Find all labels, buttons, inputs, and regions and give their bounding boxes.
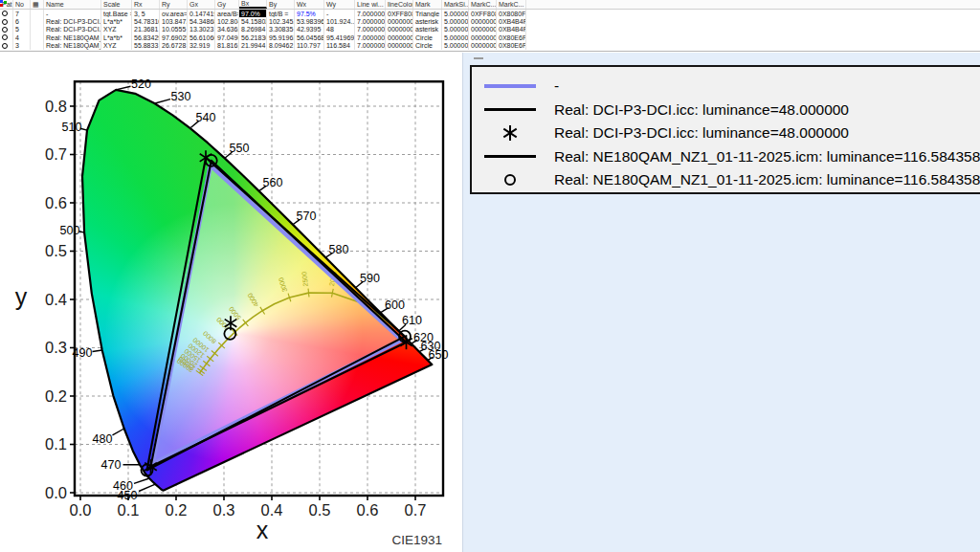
table-cell[interactable]: 56.610606 bbox=[188, 33, 215, 41]
table-cell[interactable]: 21.9944 bbox=[239, 42, 267, 50]
visibility-toggle-icon[interactable] bbox=[0, 33, 13, 41]
table-header-cell[interactable]: Wy bbox=[324, 0, 355, 9]
visibility-toggle-icon[interactable] bbox=[0, 17, 13, 25]
table-cell[interactable]: 00000000 bbox=[386, 42, 413, 50]
table-cell[interactable]: 0X80E6FF bbox=[497, 33, 526, 41]
table-cell[interactable]: XYZ bbox=[101, 26, 132, 33]
table-cell[interactable]: L*a*b* bbox=[101, 17, 132, 25]
table-cell[interactable]: 53.983961 bbox=[295, 17, 324, 25]
table-cell[interactable]: - bbox=[44, 10, 101, 17]
table-cell[interactable]: 8.09462 bbox=[267, 42, 295, 50]
visibility-toggle-icon[interactable] bbox=[0, 10, 13, 17]
table-cell[interactable]: 97.690259 bbox=[160, 33, 188, 41]
table-cell[interactable]: 0XB4B4FF bbox=[497, 17, 526, 25]
table-cell[interactable]: 56.045688 bbox=[295, 33, 324, 41]
table-cell[interactable]: 97.049633 bbox=[215, 33, 239, 41]
table-header-cell[interactable]: Rx bbox=[132, 0, 160, 9]
table-cell[interactable]: 3.30835 bbox=[267, 26, 295, 33]
table-header-cell[interactable]: Wx bbox=[295, 0, 324, 9]
table-cell[interactable]: asterisk bbox=[413, 26, 442, 33]
table-cell[interactable]: 0XFF8080 bbox=[469, 10, 497, 17]
table-cell[interactable]: 7.000000 bbox=[355, 42, 386, 50]
table-cell[interactable]: tgt.Base = bbox=[101, 10, 132, 17]
table-row[interactable]: 5Real: DCI-P3-DCI.icc:...XYZ21.368110.05… bbox=[0, 26, 980, 33]
table-header-cell[interactable]: Gy bbox=[215, 0, 239, 9]
table-cell[interactable]: 95.419699 bbox=[324, 33, 355, 41]
table-cell[interactable]: 5.000000 bbox=[442, 42, 469, 50]
table-cell[interactable]: 00000000 bbox=[469, 42, 497, 50]
table-cell[interactable]: 5.000000 bbox=[442, 10, 469, 17]
table-cell[interactable]: Circle bbox=[413, 33, 442, 41]
table-cell[interactable]: 101.924... bbox=[324, 17, 355, 25]
table-cell[interactable]: 34.6362 bbox=[215, 26, 239, 33]
table-cell[interactable]: 8.26984 bbox=[239, 26, 267, 33]
table-cell[interactable]: 48 bbox=[324, 26, 355, 33]
table-cell[interactable]: 0X80E6FF bbox=[497, 42, 526, 50]
table-cell[interactable]: L*a*b* bbox=[101, 33, 132, 41]
table-cell[interactable]: 00000000 bbox=[469, 17, 497, 25]
table-cell[interactable]: tgt/B = bbox=[267, 10, 295, 17]
table-cell[interactable]: 97.5% bbox=[295, 10, 324, 17]
table-cell[interactable]: 56.218306 bbox=[239, 33, 267, 41]
table-cell[interactable]: 54.348682 bbox=[188, 17, 215, 25]
table-header-cell[interactable]: Mark bbox=[413, 0, 442, 9]
table-cell[interactable]: 0XFF8080 bbox=[386, 10, 413, 17]
table-row[interactable]: 3Real: NE180QAM_NZ...XYZ55.883326.672832… bbox=[0, 42, 980, 50]
table-cell[interactable]: area/B= bbox=[215, 10, 239, 17]
table-header-cell[interactable]: Ry bbox=[160, 0, 188, 9]
table-header-cell[interactable]: No bbox=[13, 0, 31, 9]
table-header-cell[interactable]: MarkC... bbox=[469, 0, 497, 9]
table-cell[interactable]: 54.783101 bbox=[132, 17, 160, 25]
table-cell[interactable]: 00000000 bbox=[386, 33, 413, 41]
table-cell[interactable]: Circle bbox=[413, 42, 442, 50]
table-cell[interactable]: 5.000000 bbox=[442, 33, 469, 41]
table-cell[interactable]: 0.147419 bbox=[188, 10, 215, 17]
table-cell[interactable]: asterisk bbox=[413, 17, 442, 25]
table-cell[interactable]: 95.919614 bbox=[267, 33, 295, 41]
table-cell[interactable]: 97.0% bbox=[239, 10, 267, 17]
table-cell[interactable]: 26.6728 bbox=[160, 42, 188, 50]
table-header-cell[interactable]: Gx bbox=[188, 0, 215, 9]
table-cell[interactable]: - bbox=[324, 10, 355, 17]
table-cell[interactable]: 102.804... bbox=[215, 17, 239, 25]
table-header-cell[interactable]: Name bbox=[44, 0, 101, 9]
table-header-cell[interactable]: MarkSi... bbox=[442, 0, 469, 9]
table-header-cell[interactable]: By bbox=[267, 0, 295, 9]
table-cell[interactable]: 3, 5 bbox=[132, 10, 160, 17]
table-row[interactable]: 4Real: NE180QAM_NZ...L*a*b*56.83429197.6… bbox=[0, 33, 980, 41]
table-cell[interactable]: 00000000 bbox=[386, 26, 413, 33]
table-cell[interactable]: Real: NE180QAM_NZ... bbox=[44, 42, 101, 50]
visibility-toggle-icon[interactable] bbox=[0, 26, 13, 33]
table-cell[interactable]: 13.3023 bbox=[188, 26, 215, 33]
table-cell[interactable]: 00000000 bbox=[469, 26, 497, 33]
table-header-cell[interactable]: MarkC... bbox=[497, 0, 526, 9]
table-cell[interactable]: 21.3681 bbox=[132, 26, 160, 33]
table-cell[interactable]: XYZ bbox=[101, 42, 132, 50]
table-cell[interactable]: 56.834291 bbox=[132, 33, 160, 41]
table-cell[interactable]: 7.000000 bbox=[355, 33, 386, 41]
table-header-cell[interactable]: Bx bbox=[239, 0, 267, 9]
table-cell[interactable]: ov.area= bbox=[160, 10, 188, 17]
table-cell[interactable]: 10.0555 bbox=[160, 26, 188, 33]
table-cell[interactable]: Real: DCI-P3-DCI.icc:... bbox=[44, 26, 101, 33]
table-cell[interactable]: 42.9395 bbox=[295, 26, 324, 33]
table-cell[interactable]: 102.345... bbox=[267, 17, 295, 25]
table-header-cell[interactable]: Scale bbox=[101, 0, 132, 9]
table-cell[interactable]: 55.8833 bbox=[132, 42, 160, 50]
table-cell[interactable]: 00000000 bbox=[469, 33, 497, 41]
table-cell[interactable]: 54.158021 bbox=[239, 17, 267, 25]
table-cell[interactable]: 5.000000 bbox=[442, 26, 469, 33]
visibility-toggle-icon[interactable] bbox=[0, 42, 13, 50]
table-cell[interactable]: 103.847... bbox=[160, 17, 188, 25]
table-cell[interactable]: 116.584 bbox=[324, 42, 355, 50]
table-cell[interactable]: 81.8163 bbox=[215, 42, 239, 50]
table-cell[interactable]: 00000000 bbox=[386, 17, 413, 25]
table-cell[interactable]: 7.000000 bbox=[355, 26, 386, 33]
table-cell[interactable]: Real: DCI-P3-DCI.icc:... bbox=[44, 17, 101, 25]
table-row[interactable]: 6Real: DCI-P3-DCI.icc:...L*a*b*54.783101… bbox=[0, 17, 980, 25]
table-cell[interactable]: 5.000000 bbox=[442, 17, 469, 25]
table-cell[interactable]: 32.919 bbox=[188, 42, 215, 50]
table-header-cell[interactable]: ▦ bbox=[31, 0, 44, 9]
table-cell[interactable]: 7.000000 bbox=[355, 17, 386, 25]
table-header-cell[interactable]: Line wi... bbox=[355, 0, 386, 9]
